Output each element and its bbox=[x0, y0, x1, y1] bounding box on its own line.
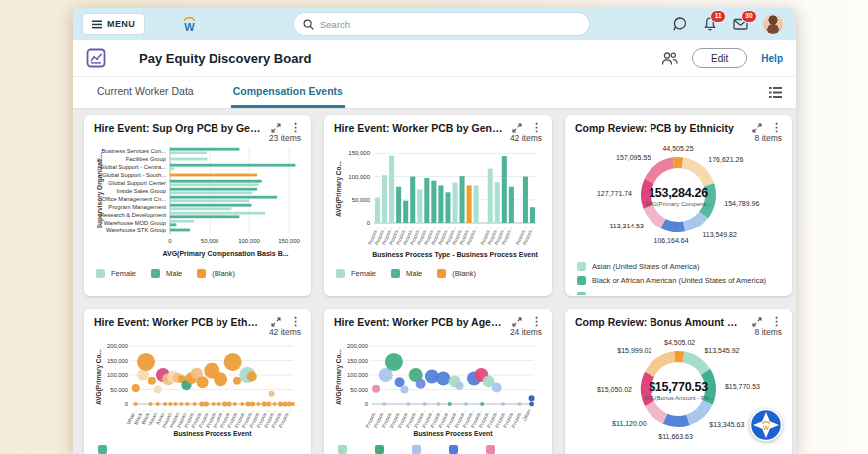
svg-text:113,549.82: 113,549.82 bbox=[702, 231, 737, 238]
expand-icon[interactable] bbox=[271, 317, 281, 327]
legend-item: Asian (United States of America) bbox=[577, 262, 782, 271]
svg-text:Office Management Cn...: Office Management Cn... bbox=[102, 196, 167, 202]
legend-label: (Blank) bbox=[212, 269, 235, 278]
legend-item: Male bbox=[391, 269, 422, 278]
expand-icon[interactable] bbox=[512, 123, 522, 133]
notifications-button[interactable]: 11 bbox=[702, 16, 718, 32]
svg-text:AVG(Primary Co...: AVG(Primary Co... bbox=[335, 349, 343, 405]
tab-current-worker-data[interactable]: Current Worker Data bbox=[95, 77, 196, 108]
search-box[interactable] bbox=[294, 13, 589, 35]
legend-label: Female bbox=[351, 269, 376, 278]
svg-text:150,000: 150,000 bbox=[347, 358, 368, 364]
legend-label: (Blank) bbox=[452, 269, 476, 278]
legend-swatch-partial bbox=[412, 445, 421, 454]
chart-legend: FemaleMale(Blank) bbox=[94, 269, 301, 278]
legend-swatch bbox=[336, 269, 345, 278]
svg-text:Warehouse STK Group: Warehouse STK Group bbox=[106, 227, 166, 233]
legend-swatch-partial bbox=[486, 445, 495, 454]
card-title: Comp Review: Bonus Amount by Ethnic... bbox=[575, 316, 743, 328]
items-count: 42 items bbox=[94, 328, 301, 337]
svg-text:$15,050.02: $15,050.02 bbox=[597, 386, 632, 393]
legend-item: (Blank) bbox=[437, 269, 476, 278]
inbox-button[interactable]: 30 bbox=[732, 16, 749, 32]
chart-canvas-bubble[interactable]: 050,000100,000150,000200,000White...Blac… bbox=[94, 339, 301, 439]
list-view-icon[interactable] bbox=[768, 86, 783, 99]
svg-text:153,284.26: 153,284.26 bbox=[649, 186, 708, 200]
menu-button[interactable]: MENU bbox=[83, 14, 144, 34]
inbox-badge: 30 bbox=[741, 10, 757, 23]
items-count: 8 items bbox=[575, 134, 782, 143]
svg-text:Global Support - Centra...: Global Support - Centra... bbox=[100, 164, 166, 170]
svg-text:AVG(Primary Compens...: AVG(Primary Compens... bbox=[645, 201, 712, 207]
legend-swatch-partial bbox=[449, 445, 458, 454]
svg-text:50,000: 50,000 bbox=[350, 387, 368, 393]
card-menu-icon[interactable]: ⋮ bbox=[771, 316, 782, 327]
legend-swatch bbox=[151, 269, 160, 278]
svg-text:$13,345.63: $13,345.63 bbox=[709, 421, 744, 428]
legend-item: Female bbox=[96, 269, 136, 278]
card-menu-icon[interactable]: ⋮ bbox=[290, 316, 301, 327]
expand-icon[interactable] bbox=[752, 317, 762, 327]
svg-text:Inside Sales Group: Inside Sales Group bbox=[117, 188, 166, 194]
card-title: Comp Review: PCB by Ethnicity bbox=[575, 122, 743, 134]
search-icon bbox=[303, 19, 314, 30]
chart-canvas-vbar[interactable]: 050,000100,000150,000Propos...Propos...P… bbox=[334, 145, 542, 262]
search-input[interactable] bbox=[320, 19, 580, 30]
help-link[interactable]: Help bbox=[761, 53, 783, 64]
svg-text:Program Management: Program Management bbox=[108, 204, 166, 210]
card-title: Hire Event: Worker PCB by Ethnicity bbox=[94, 316, 262, 328]
svg-text:100,000: 100,000 bbox=[238, 238, 260, 244]
card-menu-icon[interactable]: ⋮ bbox=[531, 316, 542, 327]
chat-button[interactable] bbox=[672, 16, 688, 32]
svg-text:154,789.96: 154,789.96 bbox=[724, 200, 759, 207]
svg-text:Facilities Group: Facilities Group bbox=[126, 156, 166, 162]
svg-text:$4,505.02: $4,505.02 bbox=[664, 339, 695, 346]
svg-text:0: 0 bbox=[125, 401, 128, 407]
workday-logo[interactable]: W bbox=[180, 15, 199, 33]
card-menu-icon[interactable]: ⋮ bbox=[290, 122, 301, 133]
card-title: Hire Event: Worker PCB by Gender bbox=[334, 122, 503, 134]
expand-icon[interactable] bbox=[512, 317, 522, 327]
svg-text:150,000: 150,000 bbox=[348, 150, 370, 156]
legend-swatch bbox=[437, 269, 446, 278]
top-bar: MENU W bbox=[73, 8, 796, 40]
legend-item: Female bbox=[336, 269, 376, 278]
workday-assistant-badge[interactable]: w bbox=[749, 408, 783, 442]
legend-label: Female bbox=[111, 269, 136, 278]
avatar[interactable] bbox=[763, 14, 783, 34]
card-hire-sup-org-pcb-by-gender: Hire Event: Sup Org PCB by Gender ⋮ 23 i… bbox=[84, 115, 311, 296]
svg-text:100,000: 100,000 bbox=[347, 372, 368, 378]
chart-canvas-bubble[interactable]: 050,000100,000150,000200,000Propos...Pro… bbox=[334, 339, 542, 439]
svg-text:Business Process Event: Business Process Event bbox=[174, 430, 253, 437]
header-actions: Edit Help bbox=[661, 48, 783, 68]
expand-icon[interactable] bbox=[271, 123, 281, 133]
svg-text:200,000: 200,000 bbox=[107, 343, 128, 349]
card-menu-icon[interactable]: ⋮ bbox=[531, 122, 542, 133]
legend-swatch bbox=[577, 262, 586, 271]
svg-text:50,000: 50,000 bbox=[352, 197, 371, 203]
legend-swatch-partial bbox=[98, 445, 107, 454]
edit-button[interactable]: Edit bbox=[692, 48, 747, 68]
tab-compensation-events[interactable]: Compensation Events bbox=[231, 77, 345, 108]
svg-text:0: 0 bbox=[367, 220, 371, 226]
chart-canvas-hbar[interactable]: 050,000100,000150,000Business Services C… bbox=[94, 145, 301, 262]
svg-text:113,314.53: 113,314.53 bbox=[609, 223, 644, 229]
card-hire-worker-pcb-by-ethnicity: Hire Event: Worker PCB by Ethnicity ⋮ 42… bbox=[84, 309, 311, 454]
svg-text:Supervisory Organizati...: Supervisory Organizati... bbox=[96, 153, 104, 229]
hamburger-icon bbox=[92, 20, 102, 29]
svg-text:Warehouse MOD Group: Warehouse MOD Group bbox=[104, 220, 166, 226]
svg-text:Research & Development: Research & Development bbox=[100, 212, 166, 218]
card-comp-review-pcb-by-ethnicity: Comp Review: PCB by Ethnicity ⋮ 8 items … bbox=[565, 115, 792, 296]
svg-text:$15,770.53: $15,770.53 bbox=[649, 380, 708, 394]
chart-canvas-donut[interactable]: 44,505.25176,621.26154,789.96113,549.821… bbox=[575, 145, 782, 257]
chat-icon bbox=[672, 16, 688, 32]
expand-icon[interactable] bbox=[752, 123, 762, 133]
share-people-icon[interactable] bbox=[661, 51, 678, 66]
page-title: Pay Equity Discovery Board bbox=[139, 51, 661, 66]
legend-swatch-partial bbox=[375, 445, 384, 454]
svg-text:AVG(Primary Compensation Basis: AVG(Primary Compensation Basis B... bbox=[162, 250, 288, 258]
board-header: Pay Equity Discovery Board Edit Help bbox=[73, 40, 796, 77]
svg-text:AVG(Primary Co...: AVG(Primary Co... bbox=[335, 161, 343, 217]
svg-text:44,505.25: 44,505.25 bbox=[662, 145, 693, 152]
card-menu-icon[interactable]: ⋮ bbox=[771, 122, 782, 133]
